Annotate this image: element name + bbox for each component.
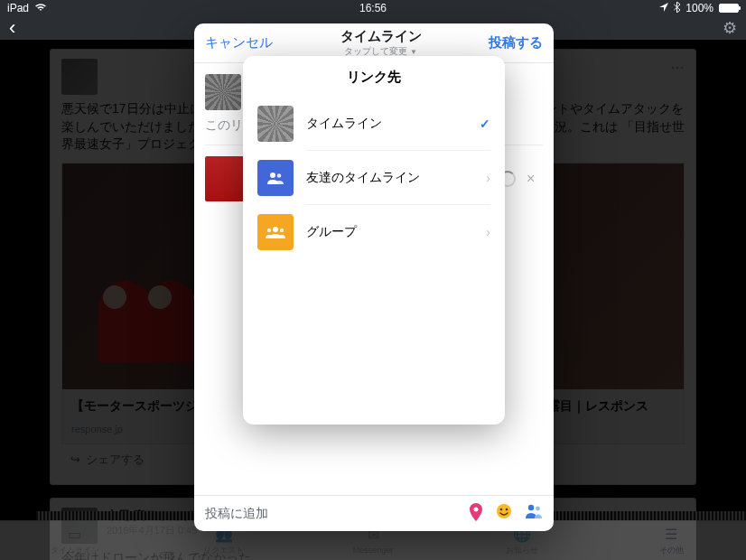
svg-point-8: [267, 229, 271, 232]
svg-point-7: [273, 227, 278, 232]
friends-timeline-icon: [257, 160, 294, 196]
cancel-button[interactable]: キャンセル: [205, 34, 273, 51]
chevron-right-icon: ›: [486, 225, 490, 239]
settings-button[interactable]: ⚙: [723, 18, 737, 38]
option-friends-timeline[interactable]: 友達のタイムライン ›: [243, 151, 505, 205]
popover-options-list: タイムライン ✓ 友達のタイムライン › グループ ›: [243, 97, 505, 259]
option-label: グループ: [306, 224, 357, 240]
svg-point-4: [536, 506, 540, 510]
option-groups[interactable]: グループ ›: [243, 205, 505, 259]
svg-point-1: [500, 508, 503, 510]
svg-point-5: [270, 173, 275, 178]
compose-title: タイムライン: [340, 28, 422, 45]
option-label: タイムライン: [306, 116, 382, 132]
option-timeline[interactable]: タイムライン ✓: [243, 97, 505, 151]
back-button[interactable]: ‹: [9, 16, 15, 40]
status-bar: iPad 16:56 100%: [0, 0, 746, 16]
add-to-post-label: 投稿に追加: [205, 506, 268, 522]
post-button[interactable]: 投稿する: [489, 34, 543, 51]
chevron-right-icon: ›: [486, 171, 490, 185]
battery-percent: 100%: [685, 2, 713, 14]
checkmark-icon: ✓: [480, 117, 490, 131]
svg-point-0: [497, 504, 511, 518]
chevron-down-icon: ▼: [410, 48, 417, 56]
remove-link-button[interactable]: ×: [527, 171, 543, 187]
svg-point-2: [506, 508, 508, 510]
bluetooth-icon: [674, 2, 680, 15]
compose-footer: 投稿に追加: [194, 495, 554, 531]
feeling-icon[interactable]: [496, 503, 512, 525]
compose-avatar: [205, 74, 241, 110]
location-icon: [659, 2, 668, 14]
location-icon[interactable]: [469, 503, 483, 525]
carrier-label: iPad: [7, 2, 29, 14]
groups-icon: [257, 214, 294, 250]
popover-title: リンク先: [243, 56, 505, 97]
svg-point-9: [280, 229, 284, 232]
option-label: 友達のタイムライン: [306, 170, 420, 186]
share-destination-popover: リンク先 タイムライン ✓ 友達のタイムライン › グループ ›: [243, 56, 505, 425]
svg-point-3: [528, 504, 534, 509]
wifi-icon: [34, 2, 47, 14]
timeline-icon: [257, 106, 294, 142]
compose-subtitle: タップして変更: [344, 46, 407, 56]
svg-point-6: [277, 173, 282, 178]
battery-icon: [719, 4, 739, 13]
tag-people-icon[interactable]: [525, 503, 543, 525]
clock: 16:56: [359, 2, 387, 14]
audience-selector[interactable]: タイムライン タップして変更 ▼: [340, 28, 422, 58]
